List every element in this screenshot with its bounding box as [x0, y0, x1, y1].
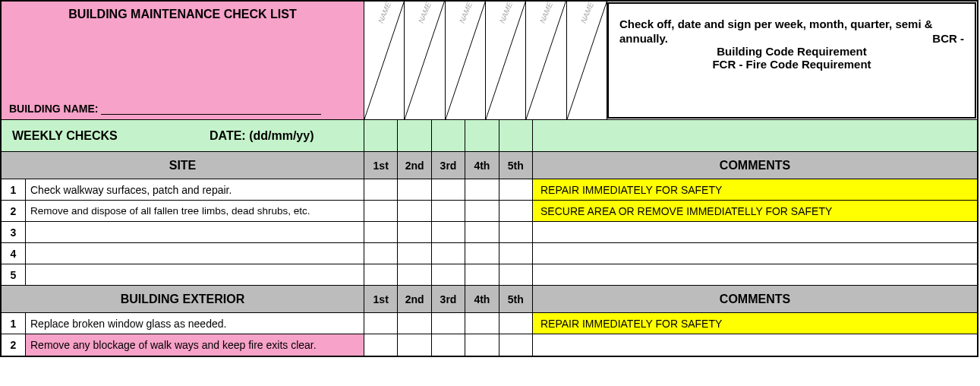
table-row: 3: [2, 222, 977, 243]
week-date-cell-1[interactable]: [364, 120, 398, 151]
check-cell[interactable]: [499, 334, 533, 356]
check-cell[interactable]: [364, 179, 398, 200]
section-header-building-exterior: BUILDING EXTERIOR 1st 2nd 3rd 4th 5th CO…: [2, 286, 977, 313]
row-number: 5: [2, 264, 26, 285]
check-cell[interactable]: [364, 334, 398, 356]
task-cell: Remove any blockage of walk ways and kee…: [26, 334, 364, 356]
check-cell[interactable]: [465, 243, 499, 264]
name-col-3: NAME: [446, 2, 486, 119]
instructions-line2b: BCR -: [932, 32, 964, 45]
check-cell[interactable]: [398, 201, 431, 221]
week-date-cell-2[interactable]: [398, 120, 431, 151]
check-cell[interactable]: [465, 334, 499, 356]
check-cell[interactable]: [432, 334, 465, 356]
instructions-line1: Check off, date and sign per week, month…: [619, 17, 964, 30]
row-number: 1: [2, 313, 26, 334]
weekly-rest: [533, 120, 977, 151]
row-number: 1: [2, 179, 26, 200]
instructions-line4: FCR - Fire Code Requirement: [619, 58, 964, 71]
check-cell[interactable]: [499, 222, 533, 242]
check-cell[interactable]: [398, 222, 431, 242]
check-cell[interactable]: [499, 179, 533, 200]
comment-cell: REPAIR IMMEDIATELY FOR SAFETY: [533, 313, 977, 334]
comments-header: COMMENTS: [533, 286, 977, 312]
check-cell[interactable]: [364, 313, 398, 334]
check-cell[interactable]: [398, 313, 431, 334]
check-cell[interactable]: [499, 201, 533, 221]
task-cell: [26, 264, 364, 285]
col-head-5: 5th: [499, 286, 533, 312]
table-row: 5: [2, 264, 977, 286]
table-row: 4: [2, 243, 977, 264]
check-cell[interactable]: [465, 264, 499, 285]
check-cell[interactable]: [499, 264, 533, 285]
table-row: 1 Check walkway surfaces, patch and repa…: [2, 179, 977, 201]
check-cell[interactable]: [364, 201, 398, 221]
check-cell[interactable]: [499, 243, 533, 264]
task-cell: [26, 243, 364, 264]
check-cell[interactable]: [432, 179, 465, 200]
check-cell[interactable]: [499, 313, 533, 334]
week-date-cell-4[interactable]: [465, 120, 499, 151]
check-cell[interactable]: [432, 201, 465, 221]
task-cell: Remove and dispose of all fallen tree li…: [26, 201, 364, 221]
name-col-1: NAME: [364, 2, 405, 119]
col-head-1: 1st: [364, 286, 398, 312]
comment-cell: REPAIR IMMEDIATELY FOR SAFETY: [533, 179, 977, 200]
week-date-cell-5[interactable]: [499, 120, 533, 151]
section-title: BUILDING EXTERIOR: [2, 286, 364, 312]
building-name-field[interactable]: BUILDING NAME:: [9, 103, 321, 115]
section-title: SITE: [2, 152, 364, 179]
check-cell[interactable]: [364, 222, 398, 242]
comments-header: COMMENTS: [533, 152, 977, 179]
comment-cell: [533, 243, 977, 264]
weekly-checks-label: WEEKLY CHECKS: [12, 129, 210, 143]
building-name-label: BUILDING NAME:: [9, 103, 98, 115]
title-box: BUILDING MAINTENANCE CHECK LIST BUILDING…: [2, 2, 364, 119]
check-cell[interactable]: [465, 313, 499, 334]
col-head-2: 2nd: [398, 152, 431, 179]
task-cell: Check walkway surfaces, patch and repair…: [26, 179, 364, 200]
table-row: 2 Remove and dispose of all fallen tree …: [2, 201, 977, 222]
check-cell[interactable]: [432, 264, 465, 285]
row-number: 2: [2, 201, 26, 221]
name-col-4: NAME: [486, 2, 526, 119]
name-col-5: NAME: [526, 2, 566, 119]
check-cell[interactable]: [465, 201, 499, 221]
comment-cell: [533, 264, 977, 285]
col-head-4: 4th: [465, 152, 499, 179]
comment-cell: SECURE AREA OR REMOVE IMMEDIATELLY FOR S…: [533, 201, 977, 221]
row-number: 2: [2, 334, 26, 356]
task-cell: Replace broken window glass as needed.: [26, 313, 364, 334]
check-cell[interactable]: [432, 222, 465, 242]
task-cell: [26, 222, 364, 242]
instructions-line2a: annually.: [619, 32, 668, 45]
instructions-box: Check off, date and sign per week, month…: [607, 2, 976, 119]
check-cell[interactable]: [465, 222, 499, 242]
name-col-2: NAME: [405, 2, 445, 119]
col-head-3: 3rd: [432, 286, 465, 312]
check-cell[interactable]: [432, 313, 465, 334]
check-cell[interactable]: [465, 179, 499, 200]
col-head-1: 1st: [364, 152, 398, 179]
check-cell[interactable]: [432, 243, 465, 264]
comment-cell: [533, 334, 977, 356]
check-cell[interactable]: [398, 334, 431, 356]
header-row: BUILDING MAINTENANCE CHECK LIST BUILDING…: [2, 2, 977, 120]
check-cell[interactable]: [364, 264, 398, 285]
doc-title: BUILDING MAINTENANCE CHECK LIST: [9, 8, 356, 21]
check-cell[interactable]: [364, 243, 398, 264]
comment-cell: [533, 222, 977, 242]
weekly-date-label: DATE: (dd/mm/yy): [210, 129, 314, 143]
row-number: 3: [2, 222, 26, 242]
building-name-input-line[interactable]: [101, 114, 321, 115]
check-cell[interactable]: [398, 243, 431, 264]
table-row: 2 Remove any blockage of walk ways and k…: [2, 334, 977, 356]
check-cell[interactable]: [398, 179, 431, 200]
instructions-line3: Building Code Requirement: [619, 45, 964, 58]
check-cell[interactable]: [398, 264, 431, 285]
col-head-2: 2nd: [398, 286, 431, 312]
weekly-checks-row: WEEKLY CHECKS DATE: (dd/mm/yy): [2, 120, 977, 152]
row-number: 4: [2, 243, 26, 264]
week-date-cell-3[interactable]: [432, 120, 465, 151]
